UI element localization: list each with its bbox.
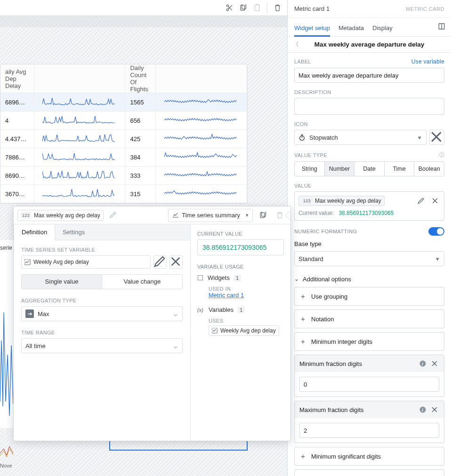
widget-type: METRIC CARD xyxy=(406,6,444,12)
min-int-text: Minimum integer digits xyxy=(311,338,372,345)
used-in-label: USED IN xyxy=(209,286,284,292)
tab-display[interactable]: Display xyxy=(372,24,393,36)
variable-chip[interactable]: 123 Max weekly avg dep delay xyxy=(17,210,104,221)
uses-chip-text: Weekly Avg dep delay xyxy=(220,327,276,334)
tab-definition[interactable]: Definition xyxy=(14,224,55,240)
add-min-integer-digits[interactable]: ＋Minimum integer digits xyxy=(294,332,444,351)
seg-value-change[interactable]: Value change xyxy=(102,275,182,289)
current-value-key: Current value: xyxy=(298,210,334,216)
variable-name: Max weekly avg dep delay xyxy=(34,212,100,219)
clear-ts-button[interactable] xyxy=(169,255,183,269)
chevron-down-icon: ⌵ xyxy=(174,310,177,317)
vtype-boolean[interactable]: Boolean xyxy=(414,162,444,176)
snippet-xlabel: Nove xyxy=(0,463,14,468)
cell-avg-spark xyxy=(34,111,125,130)
add-max-significant-digits[interactable]: ＋Maximum significant digits xyxy=(294,469,444,476)
time-range-select[interactable]: All time ⌵ xyxy=(21,338,183,353)
tab-widget-setup[interactable]: Widget setup xyxy=(294,24,330,37)
min-fraction-digits-panel: Minimum fraction digits xyxy=(294,355,444,397)
copy-button[interactable] xyxy=(236,1,250,15)
icon-select[interactable]: Stopwatch ▾ xyxy=(294,130,427,145)
vtype-string[interactable]: String xyxy=(295,162,324,176)
use-variable-link[interactable]: Use variable xyxy=(411,58,444,65)
clear-icon-button[interactable] xyxy=(429,130,444,145)
base-type-select[interactable]: Standard ▾ xyxy=(294,251,444,266)
max-frac-input[interactable] xyxy=(299,423,439,438)
duplicate-button[interactable] xyxy=(256,209,270,222)
edit-ts-button[interactable] xyxy=(153,255,167,269)
cell-avg: 8690… xyxy=(0,167,34,185)
ts-variable-chip[interactable]: Weekly Avg dep delay xyxy=(21,255,151,269)
metric-card-link[interactable]: Metric card 1 xyxy=(209,292,244,299)
cell-avg: 4 xyxy=(0,111,34,130)
vtype-date[interactable]: Date xyxy=(354,162,384,176)
description-label: DESCRIPTION xyxy=(294,89,331,95)
vtype-time[interactable]: Time xyxy=(384,162,414,176)
plus-icon: ＋ xyxy=(299,452,306,461)
seg-single-value[interactable]: Single value xyxy=(22,275,102,289)
info-icon[interactable] xyxy=(419,406,426,413)
view-type-select[interactable]: Time series summary ▾ xyxy=(168,209,253,222)
uses-chip[interactable]: Weekly Avg dep delay xyxy=(209,325,279,336)
remove-min-frac[interactable] xyxy=(430,359,439,368)
notation-text: Notation xyxy=(311,316,334,323)
value-label: VALUE xyxy=(294,183,312,189)
add-notation[interactable]: ＋Notation xyxy=(294,309,444,328)
back-button[interactable]: 〈 xyxy=(292,40,299,49)
icon-label: ICON xyxy=(294,121,308,127)
plus-icon: ＋ xyxy=(299,337,306,346)
max-frac-label: Maximum fraction digits xyxy=(299,406,364,413)
edit-value-button[interactable] xyxy=(416,196,426,206)
base-type-value: Standard xyxy=(298,255,323,262)
delete-button[interactable] xyxy=(270,1,284,15)
value-chip[interactable]: 123 Max weekly avg dep delay xyxy=(298,196,385,206)
table-row[interactable]: 6896…1565 xyxy=(0,93,247,111)
col-count[interactable]: Daily Count Of Flights xyxy=(125,64,156,93)
cell-avg-spark xyxy=(34,93,125,111)
view-type-label: Time series summary xyxy=(182,212,240,219)
value-card: 123 Max weekly avg dep delay Current val… xyxy=(294,191,444,221)
clear-value-button[interactable] xyxy=(430,196,440,206)
ts-variable-label: TIME SERIES SET VARIABLE xyxy=(21,247,183,253)
widgets-usage[interactable]: Widgets 1 xyxy=(197,274,284,281)
label-input[interactable] xyxy=(294,68,444,83)
additional-options-toggle[interactable]: ⌄ Additional options xyxy=(294,271,444,287)
table-row[interactable]: 4.437…425 xyxy=(0,130,247,148)
plus-icon: ＋ xyxy=(299,315,306,324)
aggregation-label: AGGREGATION TYPE xyxy=(21,298,183,303)
label-label: LABEL xyxy=(294,59,311,64)
min-frac-input[interactable] xyxy=(299,377,439,392)
widget-title: Metric card 1 xyxy=(294,5,330,12)
docs-icon[interactable] xyxy=(438,23,445,30)
add-use-grouping[interactable]: ＋Use grouping xyxy=(294,287,444,306)
tab-settings[interactable]: Settings xyxy=(55,224,92,240)
info-icon[interactable] xyxy=(419,360,426,367)
cell-count: 315 xyxy=(125,185,156,203)
delete-variable-button[interactable] xyxy=(273,209,287,222)
widgets-count: 1 xyxy=(234,275,241,281)
rename-icon[interactable] xyxy=(106,209,121,222)
variables-usage[interactable]: Variables 1 xyxy=(197,306,284,313)
aggregation-select[interactable]: Max ⌵ xyxy=(21,306,183,321)
col-avg-delay[interactable]: aily Avg Dep Delay xyxy=(0,64,34,93)
add-min-significant-digits[interactable]: ＋Minimum significant digits xyxy=(294,447,444,466)
current-value-num: 38.856912173093065 xyxy=(338,210,394,216)
table-row[interactable]: 4656 xyxy=(0,111,247,130)
cell-avg: 7886… xyxy=(0,148,34,167)
cut-button[interactable] xyxy=(222,1,236,15)
table-row[interactable]: 7886…384 xyxy=(0,148,247,167)
value-mode-segment: Single value Value change xyxy=(21,274,183,289)
chevron-down-icon: ⌄ xyxy=(294,276,299,282)
base-type-label: Base type xyxy=(294,240,444,247)
use-grouping-text: Use grouping xyxy=(311,293,347,300)
table-row[interactable]: 8690…333 xyxy=(0,167,247,185)
paste-button[interactable] xyxy=(250,1,264,15)
remove-max-frac[interactable] xyxy=(430,405,439,414)
table-row[interactable]: 3670…315 xyxy=(0,185,247,203)
vtype-number[interactable]: Number xyxy=(324,162,354,176)
tab-metadata[interactable]: Metadata xyxy=(338,24,364,36)
description-input[interactable] xyxy=(294,98,444,115)
cell-count-spark xyxy=(156,130,247,148)
numeric-formatting-toggle[interactable] xyxy=(428,227,444,236)
cell-avg-spark xyxy=(34,185,125,203)
